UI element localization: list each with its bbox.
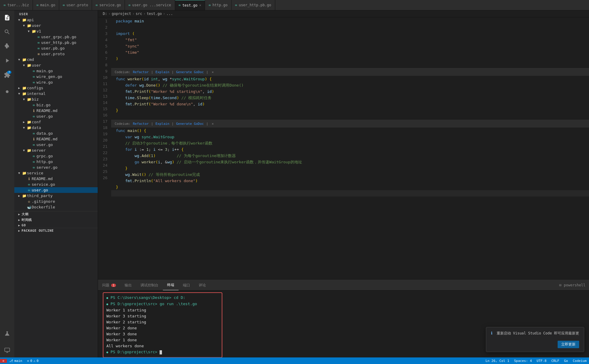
code-line: fmt.Printf("Worker %d starting\n", id) [111, 88, 589, 95]
activity-copilot-icon[interactable] [2, 87, 12, 96]
status-remote-item[interactable]: ⎆ [0, 359, 7, 363]
sidebar-item-third-party[interactable]: ▶ 📁 third_party [14, 193, 98, 199]
sidebar-item-conf[interactable]: ▶ 📁 conf [14, 119, 98, 125]
go-icon: ∞ [209, 3, 211, 7]
sidebar-item-cmd[interactable]: ▼ 📁 cmd [14, 57, 98, 62]
tab-label: tser...biz [7, 3, 29, 7]
tab-service-go[interactable]: ∞ service.go [92, 0, 125, 10]
codeium-explain-2[interactable]: Explain [155, 121, 169, 127]
sidebar-item-dockerfile[interactable]: 🐋 Dockerfile [14, 204, 98, 210]
status-branch-item[interactable]: ⎇ main [7, 359, 25, 363]
notification-update-button[interactable]: 立即更新 [558, 341, 579, 348]
activity-source-control-icon[interactable] [2, 42, 12, 51]
sidebar-item-server[interactable]: ▼ 📁 server [14, 148, 98, 153]
sidebar-item-service-readme[interactable]: ℹ README.md [14, 176, 98, 182]
go-icon: ∞ [179, 3, 181, 7]
tab-test-go[interactable]: ∞ test.go ✕ [175, 0, 205, 10]
terminal-output-box: ● PS C:\Users\sangs\Desktop> cd D: ● PS … [103, 292, 222, 357]
codeium-explain[interactable]: Explain [155, 69, 169, 75]
sidebar-item-user-http-pb-go[interactable]: ∞ user_http.pb.go [14, 40, 98, 45]
activity-remote-icon[interactable] [2, 345, 12, 355]
folder-arrow: ▼ [22, 64, 26, 67]
codeium-generate-godoc[interactable]: Generate GoDoc [176, 69, 204, 75]
sidebar-item-api[interactable]: ▼ 📁 api [14, 17, 98, 23]
tab-close-button[interactable]: ✕ [199, 3, 201, 7]
tab-user-http-pb-go[interactable]: ∞ user_http.pb.go [232, 0, 275, 10]
code-content[interactable]: package main import ( "fmt" "sync" "time… [111, 17, 589, 280]
sidebar-item-gitignore[interactable]: ◇ .gitignore [14, 199, 98, 204]
status-codeium-item[interactable]: Codeium [570, 359, 589, 363]
panel-tab-terminal[interactable]: 终端 [163, 280, 179, 290]
status-language-item[interactable]: Go [562, 359, 570, 363]
sidebar-item-service[interactable]: ▼ 📁 service [14, 170, 98, 176]
sidebar-item-main-go[interactable]: ∞ main.go [14, 68, 98, 74]
sidebar-item-biz-go[interactable]: ∞ biz.go [14, 102, 98, 108]
sidebar-item-user-api[interactable]: ▼ 📁 user [14, 23, 98, 28]
panel-tab-output[interactable]: 输出 [120, 280, 136, 290]
codeium-close-button[interactable]: ✕ [212, 69, 214, 75]
sidebar-item-internal[interactable]: ▼ 📁 internal [14, 91, 98, 96]
sidebar-item-service-user-go[interactable]: ∞ user.go [14, 187, 98, 193]
sidebar-item-grpc-go[interactable]: ∞ grpc.go [14, 153, 98, 159]
sidebar-item-label: user [32, 63, 98, 67]
sidebar-item-outline[interactable]: ▶ 大纲 [14, 211, 98, 217]
tab-user-proto[interactable]: ∞ user.proto [59, 0, 92, 10]
status-eol-item[interactable]: CRLF [549, 359, 562, 363]
branch-icon: ⎇ [9, 359, 13, 363]
sidebar-item-data-readme[interactable]: ℹ README.md [14, 136, 98, 142]
split-icon[interactable]: ⊟ [559, 283, 562, 287]
tab-tser-biz[interactable]: ∞ tser...biz [0, 0, 33, 10]
sidebar-item-data-user-go[interactable]: ∞ user.go [14, 142, 98, 148]
sidebar-item-biz-readme[interactable]: ℹ README.md [14, 108, 98, 113]
sidebar-item-package-outline[interactable]: ▶ PACKAGE OUTLINE [14, 228, 98, 233]
sidebar-item-biz[interactable]: ▼ 📁 biz [14, 96, 98, 102]
sidebar-item-wire-gen-go[interactable]: ∞ wire_gen.go [14, 74, 98, 79]
activity-bar: 7 [0, 10, 14, 357]
sidebar-item-http-go[interactable]: ∞ http.go [14, 159, 98, 165]
panel-tab-comments[interactable]: 评论 [195, 280, 210, 290]
codeium-generate-godoc-2[interactable]: Generate GoDoc [176, 121, 204, 127]
sidebar-item-user-grpc-pb-go[interactable]: ∞ user_grpc.pb.go [14, 34, 98, 40]
codeium-refactor-2[interactable]: Refactor [133, 121, 149, 127]
activity-testing-icon[interactable] [2, 329, 12, 338]
sidebar-item-service-go[interactable]: ∞ service.go [14, 182, 98, 187]
tab-main-go[interactable]: ∞ main.go [33, 0, 59, 10]
status-bar: ⎆ ⎇ main ✕ 0 ⚠ 0 Ln 26, Col 1 Spaces: 4 … [0, 357, 589, 364]
sidebar-item-biz-user-go[interactable]: ∞ user.go [14, 113, 98, 119]
activity-files-icon[interactable] [2, 13, 12, 22]
sidebar-item-timeline[interactable]: ▶ 时间线 [14, 217, 98, 223]
sidebar-item-configs[interactable]: ▶ 📁 configs [14, 85, 98, 91]
panel-tab-ports[interactable]: 端口 [179, 280, 195, 290]
sidebar-item-go[interactable]: ▶ GO [14, 223, 98, 228]
sidebar-item-label: Dockerfile [32, 205, 98, 209]
activity-search-icon[interactable] [2, 27, 12, 37]
sidebar-item-user-proto[interactable]: ≡ user.proto [14, 51, 98, 57]
panel-right-controls: ⊟ powershell [559, 283, 589, 287]
status-errors-item[interactable]: ✕ 0 ⚠ 0 [25, 359, 41, 363]
codeium-bar-2[interactable]: Codeium: Refactor | Explain | Generate G… [111, 120, 589, 128]
go-file-icon: ∞ [31, 103, 36, 107]
sidebar-item-v1[interactable]: ▼ 📁 v1 [14, 28, 98, 34]
status-encoding-item[interactable]: UTF-8 [534, 359, 549, 363]
activity-run-icon[interactable] [2, 56, 12, 65]
status-spaces-item[interactable]: Spaces: 4 [512, 359, 534, 363]
language-label: Go [564, 359, 568, 363]
panel-tab-debug-console[interactable]: 调试控制台 [136, 280, 163, 290]
go-icon: ∞ [96, 3, 98, 7]
sidebar-item-data[interactable]: ▼ 📁 data [14, 125, 98, 130]
tab-http-go[interactable]: ∞ http.go [205, 0, 231, 10]
sidebar-item-server-go[interactable]: ∞ server.go [14, 165, 98, 170]
codeium-bar-1[interactable]: Codeium: Refactor | Explain | Generate G… [111, 68, 589, 76]
status-position-item[interactable]: Ln 26, Col 1 [483, 359, 512, 363]
sidebar-item-wire-go[interactable]: ∞ wire.go [14, 79, 98, 85]
codeium-close-button-2[interactable]: ✕ [212, 121, 214, 127]
activity-extensions-icon[interactable]: 7 [2, 70, 12, 80]
tab-user-go-service[interactable]: ∞ user.go ...service [125, 0, 175, 10]
codeium-refactor[interactable]: Refactor [133, 69, 149, 75]
panel-tab-problems[interactable]: 问题 1 [98, 280, 120, 290]
sidebar-item-user-pb-go[interactable]: ∞ user.pb.go [14, 45, 98, 51]
sidebar-item-cmd-user[interactable]: ▼ 📁 user [14, 62, 98, 68]
sidebar-item-data-go[interactable]: ∞ data.go [14, 130, 98, 136]
code-line: ) [111, 56, 589, 62]
panel-tab-label: 终端 [167, 282, 174, 288]
